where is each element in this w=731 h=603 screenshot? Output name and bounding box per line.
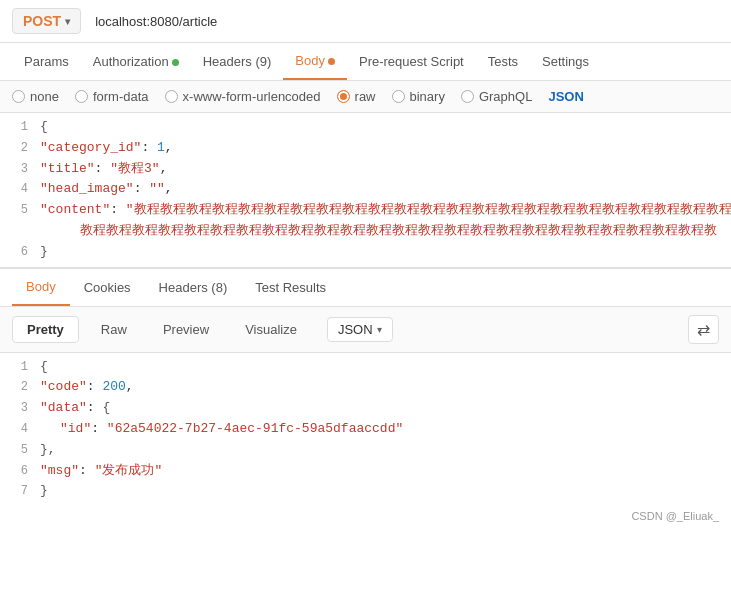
radio-raw — [337, 90, 350, 103]
method-chevron-icon: ▾ — [65, 16, 70, 27]
radio-binary — [392, 90, 405, 103]
body-type-graphql[interactable]: GraphQL — [461, 89, 532, 104]
tab-headers[interactable]: Headers (9) — [191, 44, 284, 79]
res-line-3: 3 "data": { — [0, 398, 731, 419]
response-tab-body[interactable]: Body — [12, 269, 70, 306]
response-tab-cookies[interactable]: Cookies — [70, 270, 145, 305]
req-line-5: 5 "content": "教程教程教程教程教程教程教程教程教程教程教程教程教程… — [0, 200, 731, 221]
url-input[interactable] — [89, 10, 719, 33]
response-tab-headers[interactable]: Headers (8) — [145, 270, 242, 305]
authorization-dot — [172, 59, 179, 66]
request-tabs: Params Authorization Headers (9) Body Pr… — [0, 43, 731, 81]
radio-form-data — [75, 90, 88, 103]
tab-pre-request[interactable]: Pre-request Script — [347, 44, 476, 79]
body-type-form-data[interactable]: form-data — [75, 89, 149, 104]
response-tab-test-results[interactable]: Test Results — [241, 270, 340, 305]
res-line-4: 4 "id": "62a54022-7b27-4aec-91fc-59a5dfa… — [0, 419, 731, 440]
view-pretty[interactable]: Pretty — [12, 316, 79, 343]
res-line-5: 5 }, — [0, 440, 731, 461]
body-dot — [328, 58, 335, 65]
radio-none — [12, 90, 25, 103]
res-line-6: 6 "msg": "发布成功" — [0, 461, 731, 482]
req-line-2: 2 "category_id": 1, — [0, 138, 731, 159]
res-line-1: 1 { — [0, 357, 731, 378]
req-line-4: 4 "head_image": "", — [0, 179, 731, 200]
radio-graphql — [461, 90, 474, 103]
url-bar: POST ▾ — [0, 0, 731, 43]
req-line-5b: 教程教程教程教程教程教程教程教程教程教程教程教程教程教程教程教程教程教程教程教程… — [0, 221, 731, 242]
tab-settings[interactable]: Settings — [530, 44, 601, 79]
view-raw[interactable]: Raw — [87, 317, 141, 342]
method-label: POST — [23, 13, 61, 29]
tab-body[interactable]: Body — [283, 43, 347, 80]
req-line-1: 1 { — [0, 117, 731, 138]
response-format-label: JSON — [338, 322, 373, 337]
view-bar: Pretty Raw Preview Visualize JSON ▾ ⇄ — [0, 307, 731, 353]
watermark: CSDN @_Eliuak_ — [0, 506, 731, 526]
tab-authorization[interactable]: Authorization — [81, 44, 191, 79]
body-type-binary[interactable]: binary — [392, 89, 445, 104]
request-code-area: 1 { 2 "category_id": 1, 3 "title": "教程3"… — [0, 113, 731, 269]
body-type-raw[interactable]: raw — [337, 89, 376, 104]
method-dropdown[interactable]: POST ▾ — [12, 8, 81, 34]
wrap-icon[interactable]: ⇄ — [688, 315, 719, 344]
body-type-none[interactable]: none — [12, 89, 59, 104]
view-preview[interactable]: Preview — [149, 317, 223, 342]
res-line-7: 7 } — [0, 481, 731, 502]
json-format-label[interactable]: JSON — [548, 89, 583, 104]
format-chevron-icon: ▾ — [377, 324, 382, 335]
req-line-3: 3 "title": "教程3", — [0, 159, 731, 180]
body-type-urlencoded[interactable]: x-www-form-urlencoded — [165, 89, 321, 104]
tab-tests[interactable]: Tests — [476, 44, 530, 79]
req-line-6: 6 } — [0, 242, 731, 263]
tab-params[interactable]: Params — [12, 44, 81, 79]
body-type-bar: none form-data x-www-form-urlencoded raw… — [0, 81, 731, 113]
res-line-2: 2 "code": 200, — [0, 377, 731, 398]
radio-urlencoded — [165, 90, 178, 103]
response-format-select[interactable]: JSON ▾ — [327, 317, 393, 342]
response-code-area: 1 { 2 "code": 200, 3 "data": { 4 "id": "… — [0, 353, 731, 507]
response-tabs: Body Cookies Headers (8) Test Results — [0, 269, 731, 307]
view-visualize[interactable]: Visualize — [231, 317, 311, 342]
